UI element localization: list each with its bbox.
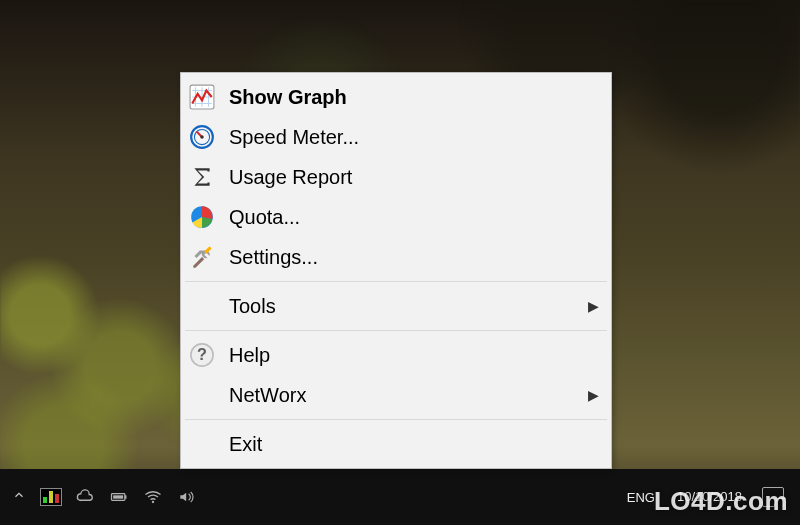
gauge-icon: [189, 124, 215, 150]
menu-item-networx[interactable]: NetWorx ▶: [183, 375, 609, 415]
menu-item-usage-report[interactable]: Usage Report: [183, 157, 609, 197]
menu-item-show-graph[interactable]: Show Graph: [183, 77, 609, 117]
svg-rect-11: [113, 495, 123, 498]
menu-label: Settings...: [229, 246, 599, 269]
tools-icon: [189, 244, 215, 270]
networx-tray-icon[interactable]: [37, 483, 65, 511]
onedrive-tray-icon[interactable]: [71, 483, 99, 511]
help-icon: ?: [189, 342, 215, 368]
sigma-icon: [189, 164, 215, 190]
graph-icon: [189, 84, 215, 110]
svg-point-12: [152, 501, 154, 503]
tray-context-menu: Show Graph Speed Meter... Usage Report Q…: [180, 72, 612, 469]
svg-text:?: ?: [197, 345, 207, 363]
svg-rect-10: [125, 495, 127, 498]
volume-tray-icon[interactable]: [173, 483, 201, 511]
piechart-icon: [189, 204, 215, 230]
menu-separator: [185, 281, 607, 282]
blank-icon: [189, 382, 215, 408]
menu-label: Show Graph: [229, 86, 599, 109]
menu-item-quota[interactable]: Quota...: [183, 197, 609, 237]
menu-label: Speed Meter...: [229, 126, 599, 149]
menu-item-speed-meter[interactable]: Speed Meter...: [183, 117, 609, 157]
menu-label: Quota...: [229, 206, 599, 229]
menu-separator: [185, 419, 607, 420]
desktop-background: Show Graph Speed Meter... Usage Report Q…: [0, 0, 800, 525]
battery-tray-icon[interactable]: [105, 483, 133, 511]
menu-item-exit[interactable]: Exit: [183, 424, 609, 464]
menu-label: Help: [229, 344, 599, 367]
svg-point-3: [200, 135, 203, 138]
tray-overflow-button[interactable]: [4, 488, 34, 506]
menu-label: Tools: [229, 295, 588, 318]
menu-label: Exit: [229, 433, 599, 456]
watermark-text: LO4D.com: [654, 486, 788, 517]
chevron-right-icon: ▶: [588, 387, 599, 403]
menu-label: NetWorx: [229, 384, 588, 407]
blank-icon: [189, 293, 215, 319]
menu-separator: [185, 330, 607, 331]
menu-label: Usage Report: [229, 166, 599, 189]
chevron-right-icon: ▶: [588, 298, 599, 314]
blank-icon: [189, 431, 215, 457]
menu-item-help[interactable]: ? Help: [183, 335, 609, 375]
wifi-tray-icon[interactable]: [139, 483, 167, 511]
menu-item-settings[interactable]: Settings...: [183, 237, 609, 277]
menu-item-tools[interactable]: Tools ▶: [183, 286, 609, 326]
